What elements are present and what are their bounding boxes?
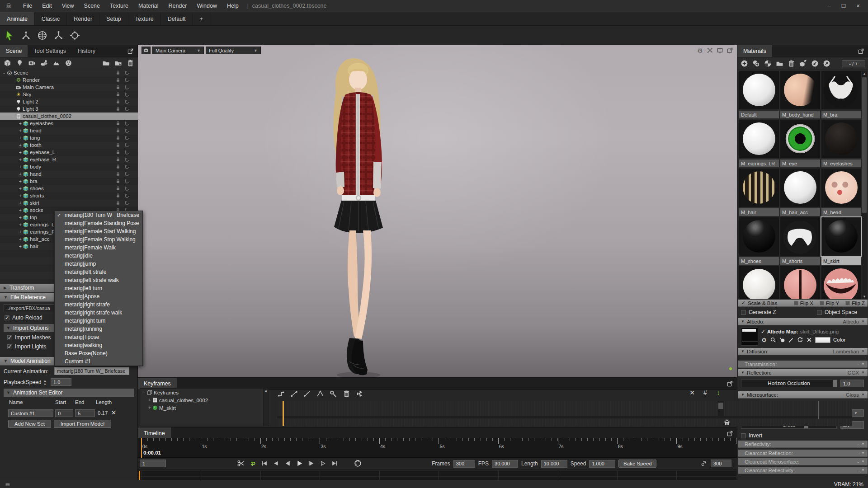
step-forward-button[interactable] [307, 459, 316, 468]
tree-item-main-camera[interactable]: Main Camera [0, 84, 138, 91]
tree-expander[interactable]: + [18, 121, 23, 126]
material-unnamed[interactable] [821, 266, 861, 299]
animation-menu-item[interactable]: metarig|left strafe [55, 268, 142, 276]
section-header-clearcoat-microsurface-[interactable]: Clearcoat Microsurface:-▼ [738, 458, 868, 465]
material-unnamed[interactable] [780, 266, 820, 299]
material-m-hair-acc[interactable]: M_hair_acc [780, 169, 820, 216]
animation-set-editor-header[interactable]: ▼ Animation Set Editor [4, 389, 134, 397]
animation-menu-item[interactable]: Custom #1 [55, 357, 142, 366]
tab-materials[interactable]: Materials [737, 45, 772, 57]
home-icon[interactable] [723, 418, 731, 426]
animation-menu-item[interactable]: metarig|left turn [55, 284, 142, 292]
smooth-keys-icon[interactable] [303, 390, 311, 398]
generate-z-checkbox[interactable]: Generate Z [741, 309, 776, 315]
keyframes-track-area[interactable] [277, 401, 852, 426]
length-field[interactable]: 10.000 [541, 460, 567, 468]
auto-key-icon[interactable] [356, 390, 363, 398]
tree-item-shorts[interactable]: +shorts [0, 192, 138, 199]
workspace-tab-default[interactable]: Default [161, 12, 193, 25]
tree-item-light-3[interactable]: Light 3 [0, 105, 138, 113]
animation-menu-item[interactable]: metarig|Female Standing Pose [55, 219, 142, 227]
tree-item-tooth[interactable]: +tooth [0, 141, 138, 149]
thumbnail-size-control[interactable]: - / + [842, 60, 865, 67]
material-m-head[interactable]: M_head [821, 169, 861, 216]
flip-checkbox-flip-x[interactable]: Flip X [794, 300, 813, 306]
tree-expander[interactable]: + [18, 179, 23, 184]
preview-icon[interactable] [779, 337, 785, 343]
menu-item-help[interactable]: Help [222, 0, 244, 12]
camera-select[interactable]: Main Camera ▼ [152, 47, 204, 54]
tree-item-eyebase-l[interactable]: +eyebase_L [0, 149, 138, 156]
tree-expander[interactable]: + [18, 222, 23, 227]
reflection-section-header[interactable]: ▼ Reflection: GGX▼ [738, 369, 868, 376]
animation-set-name-field[interactable]: Custom #1 [8, 409, 53, 417]
material-m-shoes[interactable]: M_shoes [739, 217, 779, 265]
tree-expander[interactable]: + [18, 150, 23, 155]
tree-expander[interactable]: + [18, 237, 23, 242]
animation-menu-item[interactable]: metarig|Female Start Walking [55, 227, 142, 235]
tree-expander[interactable]: + [147, 398, 152, 403]
tree-item-render[interactable]: ⚙Render [0, 76, 138, 84]
keyframes-tree-item-m-skirt[interactable]: +M_skirt [140, 404, 269, 412]
tree-item-body[interactable]: +body [0, 163, 138, 170]
microsurface-section-header[interactable]: ▼ Microsurface: Gloss▼ [738, 391, 868, 399]
animation-menu-item[interactable]: metarig|Female Stop Walking [55, 235, 142, 244]
maximize-button[interactable]: ❏ [837, 1, 850, 10]
tree-item-light-2[interactable]: Light 2 [0, 98, 138, 105]
tree-expander[interactable]: + [18, 230, 23, 235]
import-meshes-checkbox[interactable]: Import Meshes [7, 334, 51, 341]
animation-menu-item[interactable]: metarig|right strafe walk [55, 309, 142, 317]
playback-speed-button[interactable] [354, 459, 362, 468]
tree-expander[interactable]: + [18, 136, 23, 141]
animation-menu-item[interactable]: ✓metarig|180 Turn W_ Briefcase [55, 211, 142, 219]
step-back-button[interactable] [283, 459, 292, 468]
play-button[interactable] [295, 459, 304, 468]
animation-set-end-field[interactable]: 5 [75, 409, 95, 417]
tree-item-sky[interactable]: ☀Sky [0, 91, 138, 98]
animation-set-start-field[interactable]: 0 [55, 409, 73, 417]
animation-menu-item[interactable]: metarig|right strafe [55, 300, 142, 309]
tree-expander[interactable]: + [18, 172, 23, 177]
edit-icon[interactable] [788, 337, 794, 343]
keyframes-tree-item-keyframes[interactable]: -Keyframes [140, 389, 269, 396]
material-m-earrings-lr[interactable]: M_earrings_LR [739, 120, 779, 167]
section-header-clearcoat-reflection-[interactable]: Clearcoat Reflection:-▼ [738, 450, 868, 457]
tree-expander[interactable]: - [11, 114, 15, 119]
keyframes-tree-item-casual-clothes-0002[interactable]: +casual_clothes_0002 [140, 396, 269, 404]
cut-button[interactable] [236, 459, 245, 468]
albedo-section-header[interactable]: ▼ Albedo: Albedo▼ [738, 318, 868, 325]
auto-reload-checkbox[interactable]: Auto-Reload [5, 314, 42, 321]
current-animation-dropdown[interactable]: metarig|180 Turn W_ Briefcase [54, 367, 129, 375]
skip-start-button[interactable] [260, 459, 269, 468]
import-from-model-button[interactable]: Import From Model [54, 420, 111, 428]
add-new-set-button[interactable]: Add New Set [8, 420, 51, 428]
external-link-icon[interactable] [726, 47, 733, 54]
remove-set-button[interactable]: ✕ [111, 409, 116, 416]
object-space-checkbox[interactable]: Object Space [817, 309, 857, 315]
bake-speed-button[interactable]: Bake Speed [618, 460, 656, 468]
material-m-shorts[interactable]: M_shorts [780, 217, 820, 265]
section-mode-dropdown[interactable]: -▼ [857, 468, 865, 473]
tree-expander[interactable]: + [18, 143, 23, 148]
workspace-tab-render[interactable]: Render [67, 12, 99, 25]
diffusion-section-header[interactable]: ▼ Diffusion: Lambertian▼ [738, 348, 868, 355]
playback-speed-stepper[interactable]: ▲▼ [43, 378, 48, 386]
material-m-eyelashes[interactable]: M_eyelashes [821, 120, 861, 167]
current-frame-field[interactable]: 1 [140, 460, 166, 467]
tree-item-tang[interactable]: +tang [0, 134, 138, 141]
tree-expander[interactable]: + [18, 128, 23, 133]
stepped-keys-icon[interactable] [277, 390, 285, 398]
menu-item-file[interactable]: File [18, 0, 37, 12]
frames-field[interactable]: 300 [453, 460, 475, 468]
reload-icon[interactable] [797, 337, 803, 343]
frame-numbers-icon[interactable]: # [702, 389, 709, 396]
albedo-color-swatch[interactable] [815, 337, 830, 343]
section-header-reflectivity-[interactable]: Reflectivity:-▼ [738, 441, 868, 448]
tree-item-scene[interactable]: -Scene [0, 69, 138, 76]
tree-item-hand[interactable]: +hand [0, 170, 138, 178]
timeline-scroll-strip[interactable] [138, 470, 737, 480]
section-mode-dropdown[interactable]: -▼ [857, 459, 865, 465]
tree-expander[interactable]: + [18, 186, 23, 191]
slider-handle[interactable] [833, 380, 837, 387]
tree-expander[interactable]: + [18, 208, 23, 213]
